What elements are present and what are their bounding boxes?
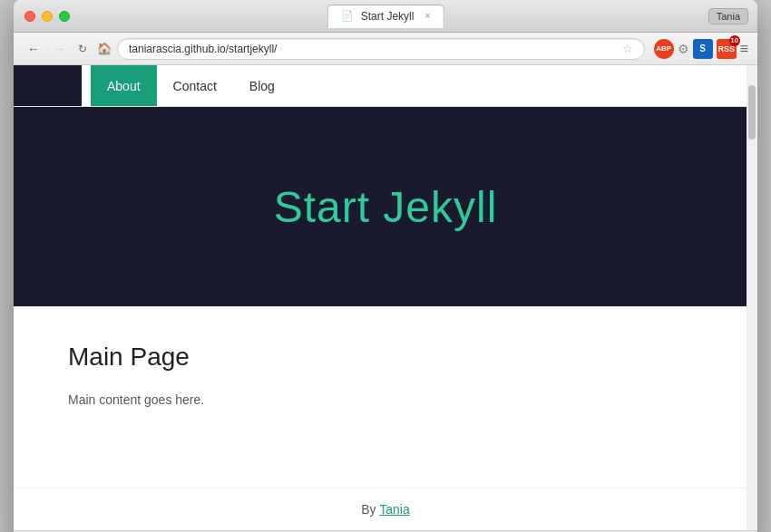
bookmark-icon[interactable]: ☆ <box>622 42 633 55</box>
footer-author-link[interactable]: Tania <box>379 502 409 517</box>
site-nav: About Contact Blog <box>14 65 757 107</box>
tab-close-button[interactable]: × <box>425 11 430 21</box>
refresh-button[interactable]: ↻ <box>73 40 92 58</box>
site-logo <box>14 65 82 106</box>
traffic-lights <box>24 11 70 22</box>
footer-prefix: By <box>361 502 379 517</box>
minimize-button[interactable] <box>42 11 53 22</box>
scrollbar-thumb[interactable] <box>748 85 756 140</box>
content-area: About Contact Blog Start Jekyll Main Pag… <box>14 65 757 530</box>
website: About Contact Blog Start Jekyll Main Pag… <box>14 65 757 530</box>
browser-tab[interactable]: 📄 Start Jekyll × <box>327 5 444 28</box>
nav-contact[interactable]: Contact <box>157 65 233 106</box>
rss-extension[interactable]: RSS 10 <box>717 39 737 59</box>
scrollbar[interactable] <box>747 65 757 530</box>
browser-window: 📄 Start Jekyll × Tania ← → ↻ 🏠 ☆ ABP ⚙ S… <box>14 0 757 532</box>
nav-about[interactable]: About <box>91 65 157 106</box>
main-content: Main Page Main content goes here. <box>14 306 757 488</box>
settings-icon[interactable]: ⚙ <box>678 42 689 56</box>
site-footer: By Tania <box>14 488 757 530</box>
title-bar: 📄 Start Jekyll × Tania <box>14 0 757 33</box>
maximize-button[interactable] <box>59 11 70 22</box>
tab-bar: 📄 Start Jekyll × <box>327 5 444 28</box>
close-button[interactable] <box>24 11 35 22</box>
user-badge: Tania <box>708 8 748 24</box>
nav-links: About Contact Blog <box>82 65 300 106</box>
url-input[interactable] <box>129 43 617 55</box>
extensions-area: ABP ⚙ S RSS 10 ≡ <box>654 39 748 59</box>
address-bar[interactable]: ☆ <box>117 38 645 60</box>
hero-section: Start Jekyll <box>14 107 757 306</box>
tab-favicon: 📄 <box>341 10 354 22</box>
home-button[interactable]: 🏠 <box>95 40 113 58</box>
s-extension[interactable]: S <box>693 39 713 59</box>
toolbar: ← → ↻ 🏠 ☆ ABP ⚙ S RSS 10 ≡ <box>14 33 757 65</box>
back-button[interactable]: ← <box>23 38 44 60</box>
nav-blog[interactable]: Blog <box>233 65 291 106</box>
hero-title: Start Jekyll <box>274 182 498 232</box>
main-body: Main content goes here. <box>68 390 703 410</box>
forward-button[interactable]: → <box>48 38 70 60</box>
adblock-extension[interactable]: ABP <box>654 39 674 59</box>
tab-title: Start Jekyll <box>361 10 415 23</box>
main-heading: Main Page <box>68 343 703 372</box>
menu-button[interactable]: ≡ <box>740 41 748 57</box>
